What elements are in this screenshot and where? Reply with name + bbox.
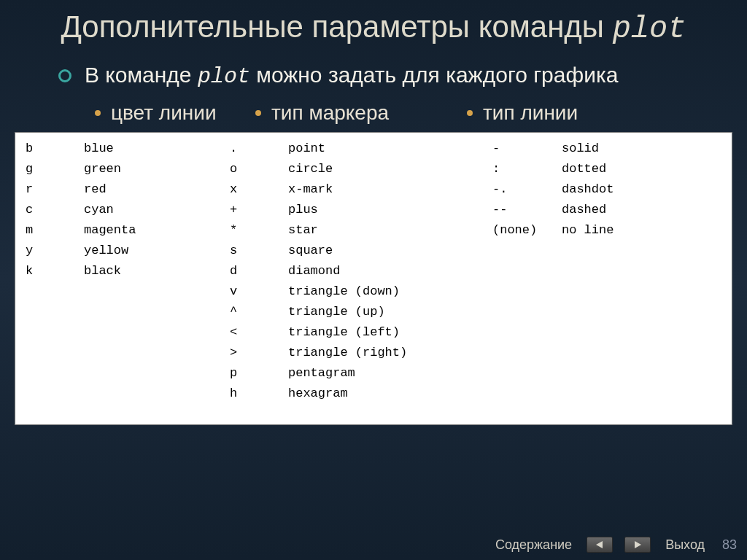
line-name: dashdot bbox=[562, 179, 614, 200]
subheader-marker-label: тип маркера bbox=[271, 101, 389, 125]
marker-name: circle bbox=[288, 159, 492, 179]
bullet-text: В команде plot можно задать для каждого … bbox=[85, 61, 711, 91]
color-name: red bbox=[84, 179, 230, 200]
color-name: magenta bbox=[84, 220, 230, 241]
color-name bbox=[84, 302, 230, 322]
marker-name: x-mark bbox=[288, 179, 492, 200]
main-code: plot bbox=[198, 64, 250, 89]
line-code bbox=[492, 322, 562, 343]
table-row: yyellowssquare bbox=[26, 241, 727, 261]
next-button[interactable] bbox=[624, 537, 651, 553]
color-name bbox=[84, 384, 230, 404]
color-code bbox=[26, 384, 84, 404]
color-name: yellow bbox=[84, 241, 230, 261]
bullet-dot-icon bbox=[467, 110, 473, 116]
color-code: b bbox=[26, 139, 84, 159]
marker-code: o bbox=[230, 159, 288, 179]
marker-code: d bbox=[230, 261, 288, 281]
line-code bbox=[492, 302, 562, 322]
marker-code: s bbox=[230, 241, 288, 261]
line-code: -. bbox=[492, 179, 562, 200]
slide: Дополнительные параметры команды plot В … bbox=[0, 0, 747, 560]
line-code: -- bbox=[492, 200, 562, 220]
spec-table: bblue.point-solidggreenocircle:dottedrre… bbox=[15, 132, 732, 425]
color-code bbox=[26, 363, 84, 384]
marker-code: * bbox=[230, 220, 288, 241]
bullet-dot-icon bbox=[95, 110, 101, 116]
prev-button[interactable] bbox=[587, 537, 613, 553]
table-row: ppentagram bbox=[26, 363, 727, 384]
marker-code: p bbox=[230, 363, 288, 384]
marker-code: + bbox=[230, 200, 288, 220]
marker-name: diamond bbox=[288, 261, 492, 281]
color-name bbox=[84, 322, 230, 343]
title-text: Дополнительные параметры команды bbox=[61, 9, 612, 44]
arrow-left-icon bbox=[595, 540, 605, 549]
line-code: : bbox=[492, 159, 562, 179]
color-name bbox=[84, 343, 230, 363]
color-name bbox=[84, 281, 230, 302]
color-name: cyan bbox=[84, 200, 230, 220]
table-row: hhexagram bbox=[26, 384, 727, 404]
marker-name: star bbox=[288, 220, 492, 241]
marker-code: . bbox=[230, 139, 288, 159]
color-code bbox=[26, 322, 84, 343]
color-code: g bbox=[26, 159, 84, 179]
line-name: dotted bbox=[562, 159, 606, 179]
footer: Содержание Выход 83 bbox=[492, 537, 737, 553]
line-name: no line bbox=[562, 220, 614, 241]
table-row: ggreenocircle:dotted bbox=[26, 159, 727, 179]
line-code bbox=[492, 363, 562, 384]
color-name: blue bbox=[84, 139, 230, 159]
color-code: m bbox=[26, 220, 84, 241]
color-name: green bbox=[84, 159, 230, 179]
slide-body: В команде plot можно задать для каждого … bbox=[0, 46, 747, 125]
marker-name: pentagram bbox=[288, 363, 492, 384]
title-code: plot bbox=[613, 12, 686, 47]
marker-name: hexagram bbox=[288, 384, 492, 404]
marker-code: h bbox=[230, 384, 288, 404]
arrow-right-icon bbox=[632, 540, 643, 549]
subheader-marker: тип маркера bbox=[255, 101, 467, 125]
bullet-level1: В команде plot можно задать для каждого … bbox=[36, 61, 711, 91]
color-code: y bbox=[26, 241, 84, 261]
marker-name: plus bbox=[288, 200, 492, 220]
exit-button[interactable]: Выход bbox=[662, 537, 708, 553]
contents-button[interactable]: Содержание bbox=[492, 537, 575, 553]
color-code: k bbox=[26, 261, 84, 281]
line-code bbox=[492, 261, 562, 281]
subheader-color: цвет линии bbox=[95, 101, 255, 125]
table-wrap: bblue.point-solidggreenocircle:dottedrre… bbox=[15, 132, 732, 425]
main-after: можно задать для каждого графика bbox=[250, 63, 618, 87]
marker-name: triangle (left) bbox=[288, 322, 492, 343]
table-row: mmagenta*star(none)no line bbox=[26, 220, 727, 241]
table-row: <triangle (left) bbox=[26, 322, 727, 343]
color-code bbox=[26, 343, 84, 363]
table-row: vtriangle (down) bbox=[26, 281, 727, 302]
line-name: solid bbox=[562, 139, 599, 159]
sub-headers-row: цвет линии тип маркера тип линии bbox=[36, 101, 711, 125]
bullet-circle-icon bbox=[58, 69, 71, 82]
marker-name: triangle (right) bbox=[288, 343, 492, 363]
table-row: ccyan+plus--dashed bbox=[26, 200, 727, 220]
marker-code: x bbox=[230, 179, 288, 200]
line-code bbox=[492, 241, 562, 261]
page-number: 83 bbox=[719, 537, 737, 553]
table-row: rredxx-mark-.dashdot bbox=[26, 179, 727, 200]
color-code bbox=[26, 281, 84, 302]
marker-code: v bbox=[230, 281, 288, 302]
bullet-dot-icon bbox=[255, 110, 261, 116]
line-code bbox=[492, 343, 562, 363]
line-code: (none) bbox=[492, 220, 562, 241]
marker-code: > bbox=[230, 343, 288, 363]
marker-code: ^ bbox=[230, 302, 288, 322]
subheader-color-label: цвет линии bbox=[111, 101, 217, 125]
line-code bbox=[492, 384, 562, 404]
svg-marker-1 bbox=[635, 541, 641, 548]
subheader-line: тип линии bbox=[467, 101, 578, 125]
slide-title: Дополнительные параметры команды plot bbox=[0, 0, 747, 46]
color-name bbox=[84, 363, 230, 384]
color-code: r bbox=[26, 179, 84, 200]
marker-code: < bbox=[230, 322, 288, 343]
line-code bbox=[492, 281, 562, 302]
